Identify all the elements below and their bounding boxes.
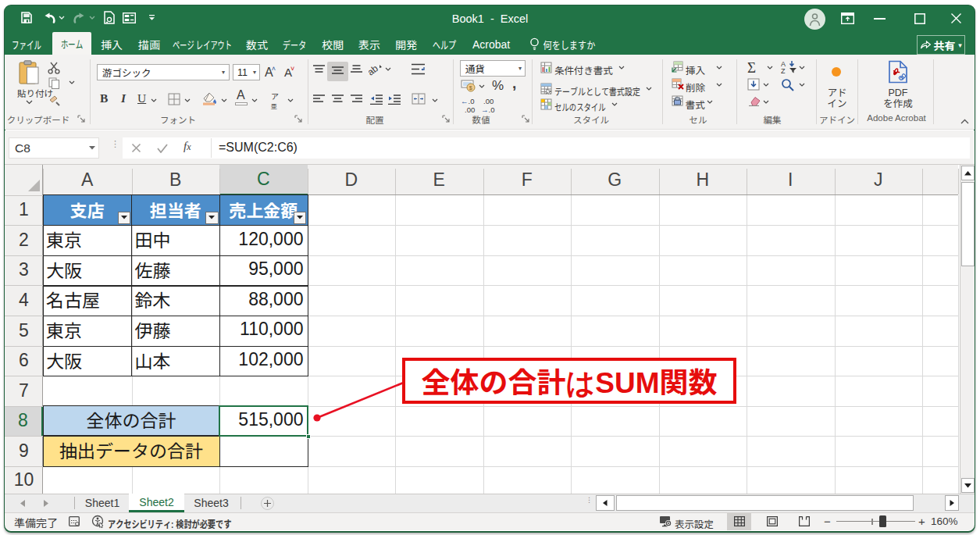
svg-text:Z: Z <box>781 67 786 74</box>
svg-text:$: $ <box>469 85 472 91</box>
svg-text:ab: ab <box>369 62 380 76</box>
